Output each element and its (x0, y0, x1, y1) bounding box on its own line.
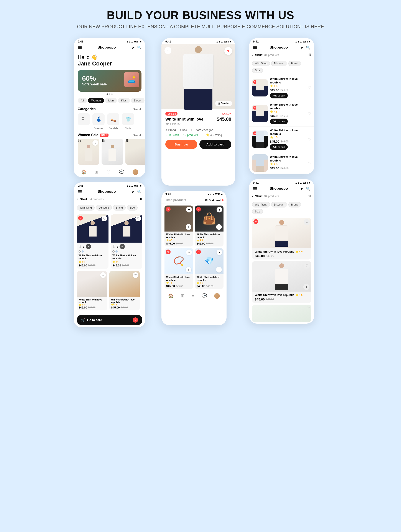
list2-ftag-size[interactable]: Size (252, 209, 263, 214)
shirt-heart-2[interactable]: ♡ (308, 111, 311, 115)
nav-profile[interactable] (133, 169, 138, 175)
back-btn-list2[interactable]: ‹ (252, 194, 253, 198)
send-icon[interactable]: ➤ (132, 45, 135, 50)
liked-heart-2[interactable]: ♥ (217, 207, 222, 212)
add-cart-btn-2[interactable]: Add to cart (270, 119, 288, 124)
cat-item-sandals[interactable]: 👡 Sandals (107, 113, 119, 130)
liked-add-1[interactable]: + (186, 224, 191, 230)
sort-icon-list[interactable]: ⇅ (308, 53, 311, 57)
sale-item-1[interactable]: % ♡ (78, 139, 99, 165)
send-icon-cart[interactable]: ➤ (132, 190, 135, 194)
cart-ftag-size[interactable]: Size (127, 205, 138, 210)
list2-price-2: $45.00 (255, 298, 265, 301)
sale-item-2[interactable]: % (102, 139, 123, 165)
back-btn-cart[interactable]: ‹ (77, 197, 78, 201)
list2-ftag-fitting[interactable]: With fitting (252, 202, 270, 208)
qty-plus-2[interactable]: + (120, 244, 125, 249)
menu-button-cart[interactable] (78, 190, 82, 193)
filter-woman[interactable]: Woman (88, 98, 104, 103)
nav-home[interactable]: 🏠 (81, 169, 86, 175)
color-white-1[interactable] (78, 250, 81, 253)
liked-add-3[interactable]: + (186, 267, 191, 272)
filter-tabs-home: All Woman Man Kids Decor Sport (74, 96, 145, 105)
cart-heart-2[interactable]: ♡ (136, 216, 141, 221)
carousel-dots (74, 93, 145, 95)
sort-icon-cart[interactable]: ⇅ (140, 197, 142, 201)
hero-banner[interactable]: 60% Sofa week sale 🛋️ (78, 70, 142, 92)
liked-heart-1[interactable]: ♥ (186, 207, 192, 212)
nav-heart-liked[interactable]: ♥ (192, 293, 194, 299)
cat-item-dresses[interactable]: 👗 Dresses (92, 113, 105, 130)
cart-ftag-discount[interactable]: Discount (96, 205, 112, 210)
cart-filter-tags: With fitting Discount Brand Size (74, 203, 145, 212)
color-white-2[interactable] (112, 250, 115, 253)
more-heart-1[interactable]: ♡ (100, 272, 106, 278)
search-icon-list2[interactable]: 🔍 (306, 187, 310, 191)
go-to-cart-button[interactable]: 🛒 Go to card 3 (77, 315, 142, 325)
search-icon-home[interactable]: 🔍 (137, 45, 142, 50)
buy-now-button[interactable]: Buy now (165, 139, 197, 149)
wishlist-btn[interactable]: ♥ (224, 47, 232, 55)
menu-button-list[interactable] (253, 46, 257, 49)
send-icon-list[interactable]: ➤ (301, 45, 303, 50)
sort-icon-list2[interactable]: ⇅ (308, 194, 311, 198)
sale-see-all[interactable]: See all (133, 133, 142, 137)
nav-heart[interactable]: ♡ (107, 169, 110, 175)
shirt-heart-4[interactable]: ♡ (308, 161, 311, 165)
similar-button[interactable]: ◎ Similar (215, 101, 232, 106)
filter-decor[interactable]: Decor (131, 98, 145, 103)
cart-ftag-brand[interactable]: Brand (113, 205, 126, 210)
nav-chat-liked[interactable]: 💬 (202, 293, 207, 299)
color-blue-2[interactable] (116, 250, 118, 253)
trash-btn-1[interactable]: 🗑 (78, 245, 82, 248)
liked-heart-4[interactable]: ♥ (217, 249, 222, 255)
nav-home-liked[interactable]: 🏠 (168, 293, 174, 299)
list-ftag-brand[interactable]: Brand (288, 61, 301, 66)
cart-ftag-fitting[interactable]: With fitting (77, 205, 95, 210)
list2-ftag-discount[interactable]: Discount (271, 202, 287, 208)
back-btn-detail[interactable]: ‹ (164, 47, 171, 54)
list2-ftag-brand[interactable]: Brand (288, 202, 301, 208)
liked-add-4[interactable]: + (216, 267, 222, 272)
discount-tab[interactable]: 🏷 Diskount (205, 199, 224, 202)
list-ftag-size[interactable]: Size (252, 68, 263, 73)
list2-heart-2[interactable]: ♡ (304, 263, 310, 269)
trash-btn-2[interactable]: 🗑 (112, 245, 116, 248)
filter-kids[interactable]: Kids (118, 98, 129, 103)
nav-chat[interactable]: 💬 (119, 169, 124, 175)
list2-heart-3[interactable]: ♡ (307, 306, 310, 310)
search-icon-list[interactable]: 🔍 (306, 45, 310, 50)
heart-btn-1[interactable]: ♡ (92, 140, 98, 146)
cat-item-shirts[interactable]: 👕 Shirts (122, 113, 134, 130)
menu-button-list2[interactable] (253, 187, 257, 190)
categories-see-all[interactable]: See all (133, 108, 142, 111)
shirt-heart-1[interactable]: ♡ (308, 86, 311, 90)
list2-add-2[interactable]: + (303, 284, 310, 290)
add-to-cart-button[interactable]: Add to card (199, 139, 231, 149)
qty-plus-1[interactable]: + (86, 244, 91, 249)
filter-man[interactable]: Man (105, 98, 117, 103)
send-icon-list2[interactable]: ➤ (301, 187, 303, 191)
menu-button[interactable] (78, 46, 82, 49)
shirt-thumb-2: % (252, 105, 268, 122)
list-ftag-discount[interactable]: Discount (271, 61, 287, 66)
nav-grid[interactable]: ⊞ (95, 169, 98, 175)
add-cart-btn-3[interactable]: Add to cart (270, 144, 288, 150)
list2-add-1[interactable]: + (304, 219, 310, 225)
sale-item-3[interactable]: % (125, 139, 145, 165)
back-btn-list[interactable]: ‹ (252, 53, 253, 57)
liked-add-2[interactable]: + (216, 224, 222, 230)
color-blue-1[interactable] (82, 250, 84, 253)
cat-item-misc[interactable] (78, 113, 90, 130)
cart-heart-1[interactable]: ♡ (102, 216, 107, 221)
shirt-heart-3[interactable]: ♡ (308, 137, 311, 141)
liked-heart-3[interactable]: ♥ (186, 249, 192, 255)
filter-all[interactable]: All (78, 98, 87, 103)
nav-profile-liked[interactable] (214, 293, 220, 299)
add-cart-btn-1[interactable]: Add to cart (270, 93, 288, 98)
list-ftag-fitting[interactable]: With fitting (252, 61, 270, 66)
nav-grid-liked[interactable]: ⊞ (181, 293, 184, 299)
more-heart-2[interactable]: ♡ (133, 272, 138, 278)
home-icon: 🏠 (81, 169, 86, 175)
search-icon-cart[interactable]: 🔍 (137, 190, 142, 194)
